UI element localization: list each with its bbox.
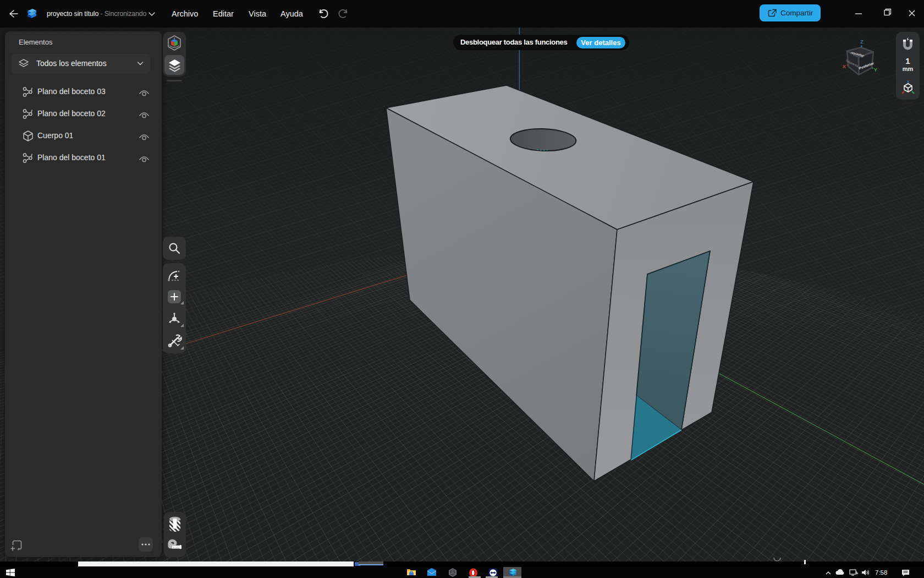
svg-text:X: X [843,63,846,69]
svg-text:Y: Y [874,67,878,73]
svg-text:Z: Z [860,39,864,45]
